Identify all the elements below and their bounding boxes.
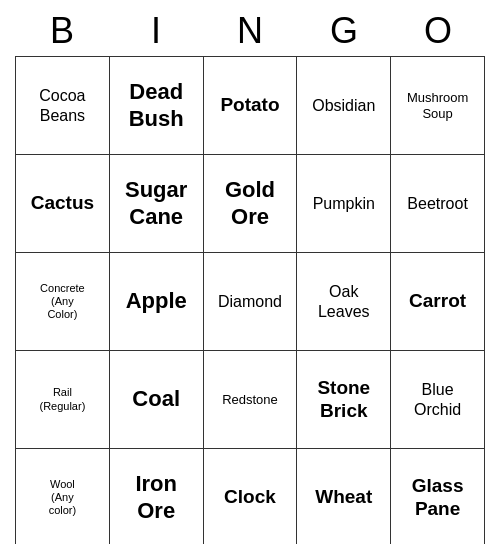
cell-text-r2-c3: OakLeaves: [301, 282, 386, 320]
bingo-title-row: B I N G O: [15, 10, 485, 52]
cell-text-r0-c1: DeadBush: [114, 79, 199, 132]
cell-text-r0-c2: Potato: [208, 94, 293, 117]
cell-r3-c2: Redstone: [203, 351, 297, 449]
cell-text-r1-c2: GoldOre: [208, 177, 293, 230]
cell-text-r1-c3: Pumpkin: [301, 194, 386, 213]
cell-r3-c1: Coal: [109, 351, 203, 449]
cell-text-r2-c0: Concrete(AnyColor): [20, 282, 105, 322]
cell-r2-c3: OakLeaves: [297, 253, 391, 351]
cell-r3-c4: BlueOrchid: [391, 351, 485, 449]
cell-text-r3-c1: Coal: [114, 386, 199, 412]
letter-b: B: [15, 10, 109, 52]
cell-r1-c1: SugarCane: [109, 155, 203, 253]
cell-text-r4-c2: Clock: [208, 486, 293, 509]
letter-i: I: [109, 10, 203, 52]
cell-text-r4-c4: GlassPane: [395, 475, 480, 521]
cell-text-r0-c3: Obsidian: [301, 96, 386, 115]
cell-r1-c2: GoldOre: [203, 155, 297, 253]
cell-r1-c3: Pumpkin: [297, 155, 391, 253]
cell-r2-c2: Diamond: [203, 253, 297, 351]
bingo-grid: CocoaBeansDeadBushPotatoObsidianMushroom…: [15, 56, 485, 544]
cell-r1-c0: Cactus: [16, 155, 110, 253]
cell-r0-c4: MushroomSoup: [391, 57, 485, 155]
cell-text-r4-c3: Wheat: [301, 486, 386, 509]
cell-text-r0-c0: CocoaBeans: [20, 86, 105, 124]
cell-r4-c0: Wool(Anycolor): [16, 449, 110, 545]
cell-text-r3-c3: StoneBrick: [301, 377, 386, 423]
cell-text-r0-c4: MushroomSoup: [395, 90, 480, 121]
cell-text-r2-c2: Diamond: [208, 292, 293, 311]
cell-r2-c4: Carrot: [391, 253, 485, 351]
cell-r4-c4: GlassPane: [391, 449, 485, 545]
cell-r4-c3: Wheat: [297, 449, 391, 545]
cell-r1-c4: Beetroot: [391, 155, 485, 253]
cell-text-r1-c4: Beetroot: [395, 194, 480, 213]
cell-text-r2-c4: Carrot: [395, 290, 480, 313]
cell-r2-c0: Concrete(AnyColor): [16, 253, 110, 351]
cell-text-r1-c1: SugarCane: [114, 177, 199, 230]
cell-r0-c0: CocoaBeans: [16, 57, 110, 155]
cell-text-r1-c0: Cactus: [20, 192, 105, 215]
letter-o: O: [391, 10, 485, 52]
cell-r2-c1: Apple: [109, 253, 203, 351]
cell-text-r4-c1: IronOre: [114, 471, 199, 524]
cell-r4-c1: IronOre: [109, 449, 203, 545]
letter-n: N: [203, 10, 297, 52]
cell-text-r3-c4: BlueOrchid: [395, 380, 480, 418]
cell-text-r4-c0: Wool(Anycolor): [20, 478, 105, 518]
cell-text-r3-c0: Rail(Regular): [20, 386, 105, 412]
letter-g: G: [297, 10, 391, 52]
cell-text-r3-c2: Redstone: [208, 392, 293, 408]
cell-r3-c3: StoneBrick: [297, 351, 391, 449]
cell-r4-c2: Clock: [203, 449, 297, 545]
cell-r3-c0: Rail(Regular): [16, 351, 110, 449]
cell-r0-c3: Obsidian: [297, 57, 391, 155]
cell-r0-c1: DeadBush: [109, 57, 203, 155]
cell-r0-c2: Potato: [203, 57, 297, 155]
cell-text-r2-c1: Apple: [114, 288, 199, 314]
